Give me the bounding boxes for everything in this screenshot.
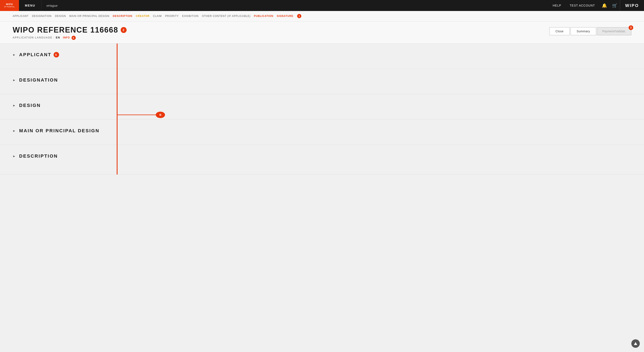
wipo-logo-top: WIPO xyxy=(6,3,13,6)
step-designation[interactable]: DESIGNATION xyxy=(32,15,52,18)
section-applicant[interactable]: ► APPLICANT 5 xyxy=(0,44,644,69)
step-nav-badge: 1 xyxy=(297,14,301,18)
step-design[interactable]: DESIGN xyxy=(55,15,66,18)
main-design-label: MAIN OR PRINCIPAL DESIGN xyxy=(19,128,100,133)
bell-icon[interactable]: 🔔 xyxy=(599,3,610,8)
section-design-title[interactable]: ► DESIGN xyxy=(13,103,41,108)
section-description[interactable]: ► DESCRIPTION xyxy=(0,145,644,174)
wipo-logo-bottom: IP PORTAL xyxy=(4,6,15,8)
section-main-design-title[interactable]: ► MAIN OR PRINCIPAL DESIGN xyxy=(13,128,100,133)
help-link[interactable]: HELP xyxy=(548,4,566,7)
step-description[interactable]: DESCRIPTION xyxy=(113,15,132,18)
app-title-section: WIPO REFERENCE 116668 2 APPLICATION LANG… xyxy=(13,26,126,40)
subtitle-prefix: APPLICATION LANGUAGE : xyxy=(13,36,55,39)
designation-label: DESIGNATION xyxy=(19,77,58,83)
nav-left: WIPO IP PORTAL MENU eHague xyxy=(0,0,63,11)
applicant-badge: 5 xyxy=(54,52,59,58)
app-title-text: WIPO REFERENCE 116668 xyxy=(13,26,118,35)
design-label: DESIGN xyxy=(19,103,41,108)
scroll-to-top-button[interactable] xyxy=(631,339,640,348)
applicant-arrow-icon: ► xyxy=(13,53,16,56)
app-title: WIPO REFERENCE 116668 2 xyxy=(13,26,126,35)
main-design-arrow-icon: ► xyxy=(13,129,16,132)
summary-button[interactable]: Summary xyxy=(570,27,596,35)
top-navigation: WIPO IP PORTAL MENU eHague HELP TEST ACC… xyxy=(0,0,644,11)
section-description-title[interactable]: ► DESCRIPTION xyxy=(13,153,58,159)
cart-icon[interactable]: 🛒 xyxy=(610,3,620,8)
info-badge: 4 xyxy=(72,36,76,40)
app-subtitle: APPLICATION LANGUAGE : EN INFO 4 xyxy=(13,36,126,40)
svg-marker-4 xyxy=(634,342,637,345)
designation-arrow-icon: ► xyxy=(13,78,16,82)
header-buttons: Close Summary Payment/Validat. 3 xyxy=(550,27,632,35)
section-main-design[interactable]: ► MAIN OR PRINCIPAL DESIGN xyxy=(0,120,644,145)
title-badge: 2 xyxy=(121,27,126,33)
step-signature[interactable]: SIGNATURE xyxy=(277,15,293,18)
main-content: 6 ► APPLICANT 5 ► DESIGNATION ► DESIGN ►… xyxy=(0,44,644,174)
description-arrow-icon: ► xyxy=(13,154,16,158)
app-header: WIPO REFERENCE 116668 2 APPLICATION LANG… xyxy=(0,21,644,44)
description-label: DESCRIPTION xyxy=(19,153,58,159)
applicant-label: APPLICANT xyxy=(19,52,52,58)
payment-badge: 3 xyxy=(628,25,633,30)
step-main-or-principal-design[interactable]: MAIN OR PRINCIPAL DESIGN xyxy=(70,15,110,18)
section-design[interactable]: ► DESIGN xyxy=(0,94,644,120)
step-navigation: APPLICANT DESIGNATION DESIGN MAIN OR PRI… xyxy=(0,11,644,21)
step-creator[interactable]: CREATOR xyxy=(136,15,150,18)
step-claim[interactable]: CLAIM xyxy=(153,15,162,18)
upload-icon xyxy=(634,341,638,346)
payment-button[interactable]: Payment/Validat. 3 xyxy=(597,27,631,35)
step-applicant[interactable]: APPLICANT xyxy=(13,15,29,18)
menu-button[interactable]: MENU xyxy=(19,0,41,11)
section-applicant-title[interactable]: ► APPLICANT 5 xyxy=(13,52,59,58)
close-button[interactable]: Close xyxy=(550,27,570,35)
step-exhibition[interactable]: EXHIBITION xyxy=(182,15,198,18)
step-other-content[interactable]: OTHER CONTENT (IF APPLICABLE) xyxy=(202,15,250,18)
design-arrow-icon: ► xyxy=(13,104,16,107)
account-link[interactable]: TEST ACCOUNT xyxy=(566,4,599,7)
section-designation-title[interactable]: ► DESIGNATION xyxy=(13,77,58,83)
step-priority[interactable]: PRIORITY xyxy=(165,15,179,18)
payment-button-label: Payment/Validat. xyxy=(602,30,626,33)
wipo-brand: WIPO xyxy=(620,0,644,11)
nav-right: HELP TEST ACCOUNT 🔔 🛒 WIPO xyxy=(548,0,644,11)
section-designation[interactable]: ► DESIGNATION xyxy=(0,69,644,94)
info-link[interactable]: INFO xyxy=(63,36,70,39)
wipo-logo[interactable]: WIPO IP PORTAL xyxy=(0,0,19,11)
app-name-label: eHague xyxy=(41,4,63,8)
step-publication[interactable]: PUBLICATION xyxy=(254,15,273,18)
language-value: EN xyxy=(56,36,60,39)
